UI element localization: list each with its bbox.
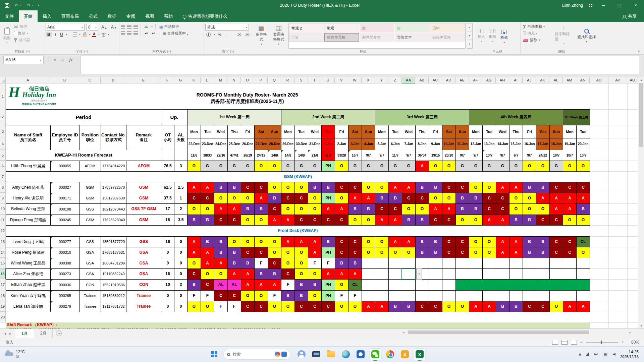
- page-break-view-icon[interactable]: [571, 340, 577, 345]
- shift-R17[interactable]: F: [281, 279, 295, 291]
- shift-Y9[interactable]: B: [375, 193, 389, 204]
- shift-AM11[interactable]: O: [563, 215, 577, 226]
- shift-O10[interactable]: B: [241, 203, 255, 215]
- cell-remark-10[interactable]: GSS TF GSM: [126, 203, 161, 215]
- shift-K19[interactable]: O: [187, 301, 201, 312]
- shift-T8[interactable]: B: [308, 182, 322, 193]
- shift-W11[interactable]: O: [348, 215, 362, 226]
- forecast-4-Jan[interactable]: 9/7: [362, 150, 375, 161]
- cell-al-11[interactable]: 3.5: [174, 215, 187, 226]
- shift-S18[interactable]: B: [294, 290, 308, 301]
- horizontal-scroll-thumb[interactable]: [408, 330, 589, 334]
- fill-color-icon[interactable]: [83, 33, 87, 37]
- cell-id-16[interactable]: 000273: [50, 268, 79, 280]
- shift-AB11[interactable]: B: [415, 215, 429, 226]
- cell-al-18[interactable]: 0: [174, 290, 187, 301]
- shift-P11[interactable]: O: [254, 215, 268, 226]
- shift-AE14[interactable]: C: [455, 247, 469, 258]
- shift-AD17[interactable]: [442, 279, 456, 291]
- date-15-Jan[interactable]: 15-Jan: [509, 138, 523, 150]
- shift-S14[interactable]: O: [294, 247, 308, 258]
- shift-O16[interactable]: A: [241, 268, 255, 280]
- shift-X11[interactable]: O: [362, 215, 375, 226]
- validation-dropdown-icon[interactable]: ▾: [416, 268, 422, 280]
- shift-AN15[interactable]: [576, 258, 590, 269]
- cell-F5[interactable]: [161, 150, 174, 161]
- style-warning[interactable]: 警告文本: [395, 33, 430, 42]
- week-header-3[interactable]: 3rd Week 第三周: [375, 109, 469, 125]
- shift-N10[interactable]: A: [227, 203, 241, 215]
- column-header-AI[interactable]: AI: [509, 77, 523, 83]
- cell-ot-14[interactable]: 0: [161, 247, 174, 258]
- date-13-Jan[interactable]: 13-Jan: [482, 138, 496, 150]
- cell-position-16[interactable]: GSA: [79, 268, 101, 280]
- zoom-knob[interactable]: [601, 341, 602, 344]
- shift-AG8[interactable]: O: [482, 182, 496, 193]
- cell-id-11[interactable]: 000245: [50, 215, 79, 226]
- speaker-icon[interactable]: [613, 353, 615, 356]
- shift-V10[interactable]: A: [335, 203, 348, 215]
- column-header-B[interactable]: B: [50, 77, 79, 83]
- copy-button[interactable]: 复制▾: [13, 31, 31, 36]
- shift-AI9[interactable]: O: [509, 193, 523, 204]
- increase-indent-icon[interactable]: ▸≡: [151, 32, 156, 35]
- day-2-Jan[interactable]: Fri: [335, 125, 348, 138]
- tab-review[interactable]: 审阅: [121, 10, 140, 22]
- share-button[interactable]: 共享: [623, 10, 644, 22]
- decrease-font-icon[interactable]: A▼: [110, 25, 118, 29]
- shift-AA17[interactable]: [402, 279, 416, 291]
- increase-decimal-icon[interactable]: ←.00: [233, 33, 243, 36]
- shift-Z13[interactable]: A: [388, 236, 402, 247]
- shift-N11[interactable]: C: [227, 215, 241, 226]
- shift-V15[interactable]: B: [335, 258, 348, 269]
- column-header-X[interactable]: X: [362, 77, 375, 83]
- shift-P19[interactable]: C: [254, 301, 268, 312]
- apps-grid-icon[interactable]: [589, 4, 592, 7]
- ime-pinyin-icon[interactable]: 拼: [603, 352, 608, 357]
- shift-U13[interactable]: B: [321, 236, 335, 247]
- shift-Z18[interactable]: [388, 290, 402, 301]
- column-header-AN[interactable]: AN: [576, 77, 590, 83]
- cut-button[interactable]: 剪切: [13, 24, 31, 29]
- cell-id-6[interactable]: 000055: [50, 161, 79, 172]
- font-dialog-launcher[interactable]: ↘: [84, 50, 88, 53]
- shift-AF9[interactable]: B: [469, 193, 483, 204]
- shift-O19[interactable]: C: [241, 301, 255, 312]
- date-18-Jan[interactable]: 18-Jan: [549, 138, 563, 150]
- shift-V19[interactable]: O: [335, 301, 348, 312]
- cell-al-10[interactable]: 2: [174, 203, 187, 215]
- shift-V6[interactable]: O: [335, 161, 348, 172]
- page-layout-view-icon[interactable]: [561, 340, 568, 345]
- forecast-3-Jan[interactable]: 16/7: [348, 150, 362, 161]
- cell-remark-16[interactable]: GSA: [126, 268, 161, 280]
- taskbar-edge[interactable]: [340, 349, 352, 360]
- shift-AC11[interactable]: C: [429, 215, 442, 226]
- shift-U18[interactable]: PH: [321, 290, 335, 301]
- forecast-19-Jan[interactable]: 10/7: [563, 150, 577, 161]
- day-31-Dec[interactable]: Wed: [308, 125, 322, 138]
- shift-Z11[interactable]: A: [388, 215, 402, 226]
- sheet-prev-icon[interactable]: ◂: [4, 331, 6, 336]
- shift-W6[interactable]: G: [348, 161, 362, 172]
- cell-position-14[interactable]: GSA: [79, 247, 101, 258]
- day-8-Jan[interactable]: Thu: [415, 125, 429, 138]
- forecast-23-Dec[interactable]: 38/33: [201, 150, 214, 161]
- align-left-icon[interactable]: [121, 32, 125, 35]
- date-7-Jan[interactable]: 7-Jan: [402, 138, 416, 150]
- section-front-desk[interactable]: Front Desk (KWEAP): [6, 225, 590, 237]
- orientation-icon[interactable]: ab: [144, 25, 149, 28]
- shift-N19[interactable]: F: [227, 301, 241, 312]
- shift-P10[interactable]: B: [254, 203, 268, 215]
- shift-K18[interactable]: F: [187, 290, 201, 301]
- shift-U11[interactable]: C: [321, 215, 335, 226]
- section-gsm[interactable]: GSM (KWEAP): [6, 171, 590, 182]
- cell-remark-6[interactable]: AFOM: [126, 161, 161, 172]
- shift-X13[interactable]: O: [362, 236, 375, 247]
- column-header-AJ[interactable]: AJ: [523, 77, 536, 83]
- shift-X14[interactable]: O: [362, 247, 375, 258]
- row-header-2[interactable]: 2: [0, 109, 6, 125]
- conditional-format-button[interactable]: 条件格式▾: [254, 23, 269, 49]
- day-10-Jan[interactable]: Sat: [442, 125, 456, 138]
- cell-contact-9[interactable]: 15812907630: [101, 193, 126, 204]
- percent-icon[interactable]: %: [217, 32, 223, 37]
